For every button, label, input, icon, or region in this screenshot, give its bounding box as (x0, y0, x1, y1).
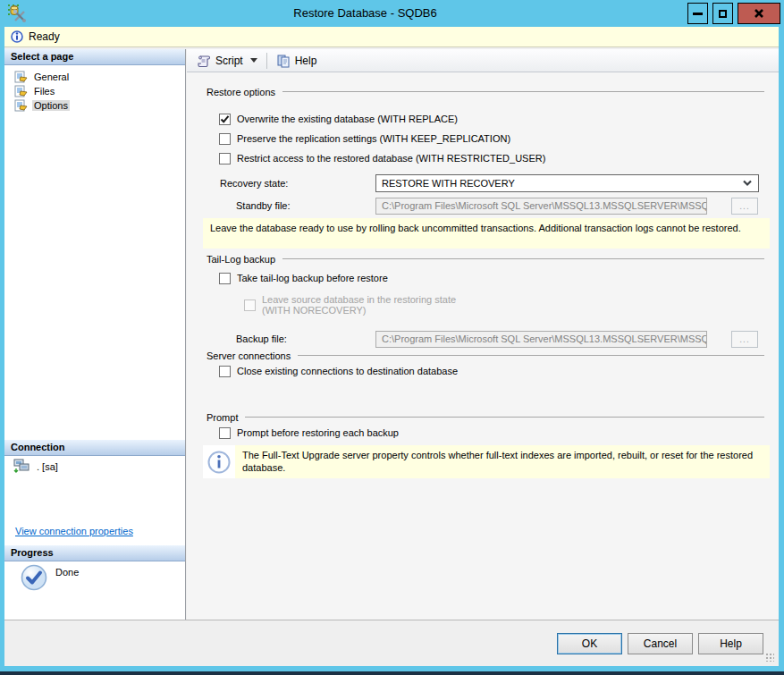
titlebar: Restore Database - SQDB6 (0, 0, 784, 27)
checkbox-label: Preserve the replication settings (WITH … (237, 133, 510, 144)
cancel-button[interactable]: Cancel (628, 633, 693, 654)
group-title: Prompt (207, 412, 238, 423)
group-rule (298, 355, 764, 356)
prompt-before-restore-checkbox[interactable]: Prompt before restoring each backup (219, 426, 399, 440)
window-bottom-edge (0, 671, 784, 675)
minimize-button[interactable] (687, 3, 708, 24)
done-check-icon (21, 564, 47, 591)
options-page-content: Restore options Overwrite the existing d… (187, 72, 779, 620)
recovery-state-select[interactable]: RESTORE WITH RECOVERY (375, 174, 759, 192)
group-title: Server connections (207, 350, 291, 361)
fulltext-info-box: The Full-Text Upgrade server property co… (203, 445, 770, 478)
standby-file-label: Standby file: (236, 200, 291, 211)
leave-source-checkbox: Leave source database in the restoring s… (244, 293, 456, 316)
chevron-down-icon (742, 180, 753, 187)
checkbox-unchecked[interactable] (219, 427, 231, 439)
checkbox-unchecked[interactable] (219, 273, 231, 284)
toolbar-separator (266, 53, 267, 69)
sidebar-item-label: Files (32, 86, 56, 97)
info-icon (207, 451, 231, 474)
script-button[interactable]: Script (192, 52, 262, 70)
sidebar-item-options[interactable]: Options (4, 98, 185, 113)
sidebar-item-label: Options (32, 100, 70, 111)
status-bar: Ready (4, 27, 779, 47)
group-rule (245, 417, 764, 418)
prompt-group: Prompt (207, 411, 764, 423)
info-icon-cell (203, 445, 235, 478)
restore-options-group: Restore options (207, 86, 764, 97)
take-tail-log-checkbox[interactable]: Take tail-log backup before restore (219, 271, 388, 285)
chevron-down-icon[interactable] (250, 58, 257, 63)
backup-browse-button: ... (731, 331, 758, 348)
connection-header: Connection (4, 440, 185, 456)
recovery-state-value: RESTORE WITH RECOVERY (382, 178, 515, 189)
progress-status-text: Done (55, 567, 79, 578)
toolbar: Script Help (187, 49, 779, 72)
help-button[interactable]: Help (272, 52, 322, 70)
checkbox-label: Take tail-log backup before restore (237, 273, 388, 283)
standby-browse-button: ... (731, 198, 758, 215)
page-icon (13, 70, 28, 84)
checkbox-checked[interactable] (219, 114, 231, 125)
recovery-note: Leave the database ready to use by rolli… (203, 218, 770, 249)
script-scroll-icon (197, 54, 211, 68)
sidebar: Select a page General Fi (4, 49, 186, 620)
sidebar-item-general[interactable]: General (4, 70, 185, 84)
checkbox-label: Close existing connections to destinatio… (237, 366, 458, 376)
page-list: General Files Options (4, 65, 185, 113)
group-rule (282, 91, 764, 92)
overwrite-checkbox[interactable]: Overwrite the existing database (WITH RE… (219, 112, 458, 126)
standby-file-input: C:\Program Files\Microsoft SQL Server\MS… (375, 198, 707, 215)
main-panel: Script Help Restore options (187, 49, 779, 620)
ok-button[interactable]: OK (557, 633, 622, 654)
window-title: Restore Database - SQDB6 (54, 6, 677, 20)
minimize-icon (693, 13, 703, 15)
server-connections-group: Server connections (207, 350, 764, 361)
help-pages-icon (276, 54, 291, 68)
dialog-body: Ready Select a page General (4, 27, 779, 666)
checkbox-unchecked[interactable] (219, 133, 231, 145)
resize-grip[interactable] (765, 653, 774, 662)
tail-log-group: Tail-Log backup (207, 253, 764, 265)
backup-file-label: Backup file: (236, 333, 287, 344)
recovery-state-label: Recovery state: (220, 178, 288, 189)
help-button-footer[interactable]: Help (698, 633, 763, 654)
progress-header: Progress (4, 545, 185, 561)
script-label: Script (215, 55, 243, 67)
checkbox-label: Prompt before restoring each backup (237, 427, 399, 438)
close-connections-checkbox[interactable]: Close existing connections to destinatio… (219, 364, 458, 378)
progress-status-row: Done (21, 564, 79, 591)
restore-database-window: Restore Database - SQDB6 Ready Select a … (0, 0, 784, 675)
maximize-icon (719, 10, 727, 18)
group-title: Tail-Log backup (207, 254, 275, 265)
checkbox-label: Overwrite the existing database (WITH RE… (237, 114, 458, 124)
page-icon (13, 98, 28, 113)
select-a-page-header: Select a page (4, 49, 185, 65)
backup-file-input: C:\Program Files\Microsoft SQL Server\MS… (375, 331, 707, 348)
connection-value: . [sa] (37, 461, 58, 472)
connection-row: . [sa] (13, 459, 58, 474)
fulltext-note-text: The Full-Text Upgrade server property co… (235, 445, 770, 478)
checkbox-label: Restrict access to the restored database… (237, 153, 545, 164)
checkbox-unchecked[interactable] (219, 153, 231, 165)
close-button[interactable] (738, 3, 780, 24)
server-icon (13, 459, 30, 474)
preserve-replication-checkbox[interactable]: Preserve the replication settings (WITH … (219, 131, 510, 146)
status-text: Ready (29, 30, 60, 43)
group-title: Restore options (207, 87, 275, 97)
sidebar-item-files[interactable]: Files (4, 84, 185, 98)
sidebar-item-label: General (32, 72, 71, 82)
group-rule (282, 258, 764, 259)
check-icon (220, 114, 230, 124)
restrict-access-checkbox[interactable]: Restrict access to the restored database… (219, 151, 545, 165)
restore-database-icon (7, 4, 27, 23)
page-icon (13, 84, 28, 98)
info-icon (11, 30, 23, 43)
close-icon (754, 8, 764, 19)
checkbox-unchecked[interactable] (219, 366, 231, 377)
checkbox-disabled (244, 300, 256, 311)
footer-bar: OK Cancel Help (4, 620, 779, 666)
maximize-button[interactable] (712, 3, 733, 24)
checkbox-label: Leave source database in the restoring s… (262, 294, 456, 316)
view-connection-properties-link[interactable]: View connection properties (15, 526, 133, 536)
